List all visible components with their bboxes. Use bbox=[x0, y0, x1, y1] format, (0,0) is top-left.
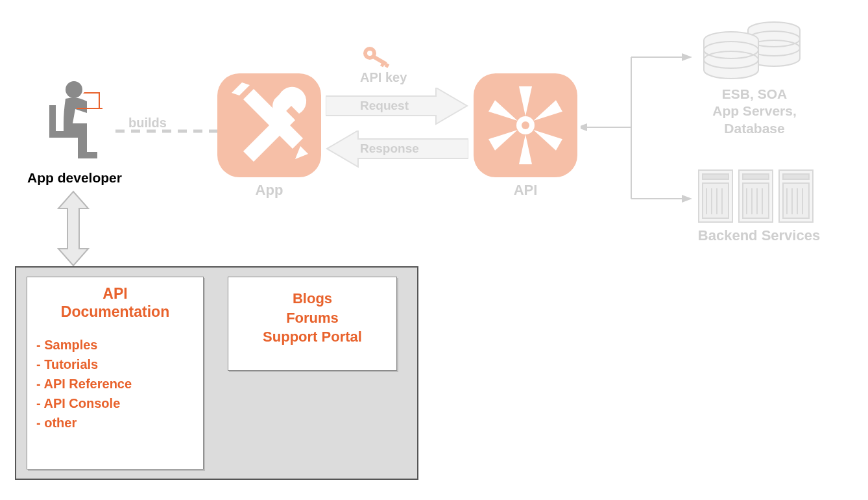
svg-rect-1 bbox=[64, 123, 87, 132]
backend-top-line1: ESB, SOA bbox=[680, 86, 829, 103]
backend-top-line3: Database bbox=[680, 120, 829, 137]
svg-rect-3 bbox=[78, 152, 97, 158]
api-docs-box: API Documentation - Samples - Tutorials … bbox=[27, 277, 204, 469]
database-icon bbox=[697, 19, 808, 87]
svg-rect-31 bbox=[703, 174, 729, 179]
api-label: API bbox=[474, 182, 577, 199]
developer-icon bbox=[40, 79, 112, 164]
svg-point-0 bbox=[66, 81, 82, 98]
backend-connector bbox=[581, 45, 694, 209]
docs-title-line1: API bbox=[36, 285, 194, 303]
docs-item: - API Console bbox=[36, 394, 194, 413]
api-key-icon bbox=[362, 45, 392, 71]
request-label: Request bbox=[360, 99, 409, 113]
api-node bbox=[474, 73, 577, 180]
app-node bbox=[217, 73, 321, 180]
support-line1: Blogs bbox=[235, 289, 390, 308]
builds-label: builds bbox=[128, 116, 167, 131]
svg-point-19 bbox=[522, 121, 529, 129]
svg-rect-5 bbox=[49, 105, 56, 138]
svg-rect-45 bbox=[783, 174, 809, 179]
svg-rect-2 bbox=[78, 132, 87, 155]
developer-figure bbox=[40, 79, 112, 166]
backend-top-label: ESB, SOA App Servers, Database bbox=[680, 86, 829, 137]
svg-marker-51 bbox=[58, 192, 88, 266]
builds-dashed-line bbox=[115, 129, 217, 133]
docs-item: - API Reference bbox=[36, 374, 194, 394]
response-label: Response bbox=[360, 142, 419, 156]
app-label: App bbox=[217, 182, 321, 199]
servers-icon bbox=[696, 164, 819, 231]
app-icon bbox=[217, 73, 321, 177]
support-line3: Support Portal bbox=[235, 327, 390, 347]
svg-rect-38 bbox=[743, 174, 769, 179]
api-key-label: API key bbox=[360, 70, 407, 85]
docs-title-line2: Documentation bbox=[36, 303, 194, 321]
svg-rect-12 bbox=[372, 55, 387, 66]
svg-point-11 bbox=[367, 51, 372, 56]
docs-item: - Samples bbox=[36, 335, 194, 355]
backend-top-line2: App Servers, bbox=[680, 103, 829, 119]
support-box: Blogs Forums Support Portal bbox=[228, 277, 397, 371]
developer-label: App developer bbox=[19, 170, 130, 186]
support-line2: Forums bbox=[235, 308, 390, 328]
developer-docs-arrow bbox=[57, 190, 90, 267]
docs-items-list: - Samples - Tutorials - API Reference - … bbox=[36, 335, 194, 432]
backend-bottom-label: Backend Services bbox=[662, 227, 856, 244]
api-icon bbox=[474, 73, 577, 177]
docs-item: - Tutorials bbox=[36, 355, 194, 374]
docs-item: - other bbox=[36, 413, 194, 432]
